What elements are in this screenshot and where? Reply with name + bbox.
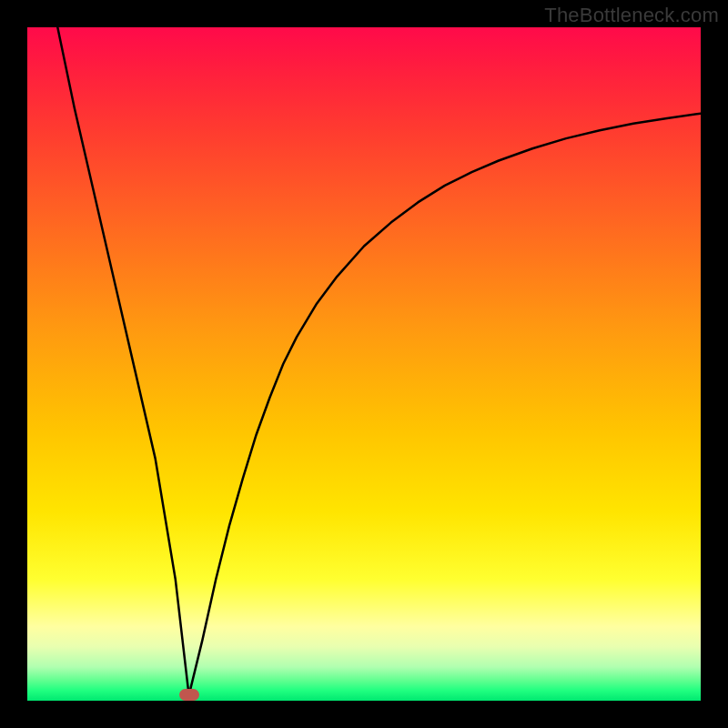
chart-frame: TheBottleneck.com: [0, 0, 728, 728]
watermark-text: TheBottleneck.com: [544, 4, 719, 27]
optimal-point-marker: [179, 689, 199, 701]
plot-area: [27, 27, 701, 701]
bottleneck-curve: [27, 27, 701, 701]
